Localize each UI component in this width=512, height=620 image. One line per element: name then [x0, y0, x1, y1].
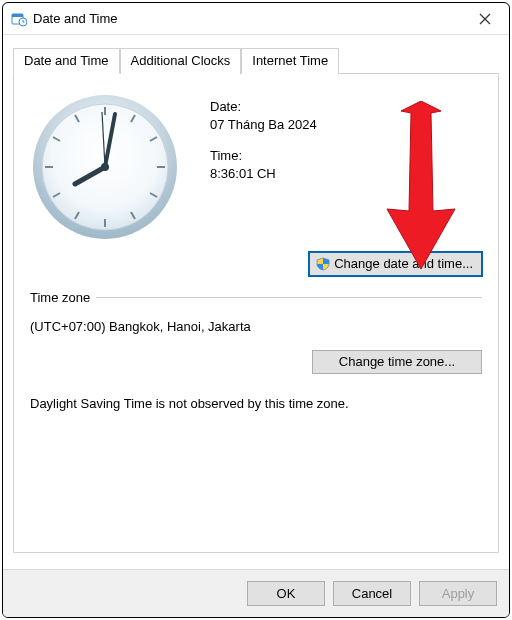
window-title: Date and Time — [33, 11, 465, 26]
time-label: Time: — [210, 147, 317, 165]
date-value: 07 Tháng Ba 2024 — [210, 116, 317, 134]
change-date-time-button[interactable]: Change date and time... — [309, 252, 482, 276]
timezone-heading-label: Time zone — [30, 290, 90, 305]
time-value: 8:36:01 CH — [210, 165, 317, 183]
tab-panel-date-and-time: Date: 07 Tháng Ba 2024 Time: 8:36:01 CH — [13, 73, 499, 553]
datetime-info: Date: 07 Tháng Ba 2024 Time: 8:36:01 CH — [180, 92, 317, 196]
dst-note: Daylight Saving Time is not observed by … — [30, 396, 482, 411]
close-button[interactable] — [465, 5, 505, 33]
date-time-dialog: Date and Time Date and Time Additional C… — [2, 2, 510, 618]
change-date-time-label: Change date and time... — [334, 256, 473, 271]
tab-additional-clocks[interactable]: Additional Clocks — [120, 48, 242, 74]
svg-point-20 — [101, 163, 109, 171]
svg-rect-1 — [12, 14, 23, 17]
divider — [96, 297, 482, 298]
tab-date-and-time[interactable]: Date and Time — [13, 48, 120, 74]
cancel-button[interactable]: Cancel — [333, 581, 411, 606]
timezone-heading: Time zone — [30, 290, 482, 305]
dialog-footer: OK Cancel Apply — [3, 569, 509, 617]
ok-button[interactable]: OK — [247, 581, 325, 606]
analog-clock — [30, 92, 180, 242]
tab-strip: Date and Time Additional Clocks Internet… — [13, 47, 499, 73]
shield-icon — [316, 257, 330, 271]
timezone-value: (UTC+07:00) Bangkok, Hanoi, Jakarta — [30, 319, 482, 334]
tab-internet-time[interactable]: Internet Time — [241, 48, 339, 74]
change-time-zone-button[interactable]: Change time zone... — [312, 350, 482, 374]
date-label: Date: — [210, 98, 317, 116]
apply-button[interactable]: Apply — [419, 581, 497, 606]
datetime-icon — [11, 11, 27, 27]
titlebar: Date and Time — [3, 3, 509, 35]
